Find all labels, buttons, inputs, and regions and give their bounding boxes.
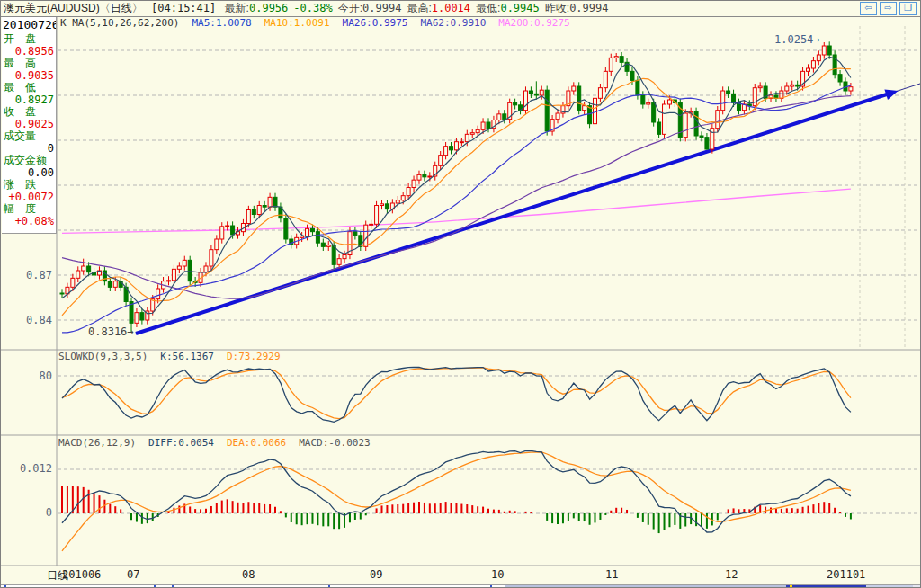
ma-params-label: K MA(5,10,26,62,200) <box>60 17 179 29</box>
kd-values: K:56.1367D:73.2929 <box>154 351 286 361</box>
time-axis-tick: 201006 <box>62 568 101 581</box>
kd-params-label: SLOWKD(9,3,3,5) <box>58 351 148 362</box>
main-chart-header: K MA(5,10,26,62,200)MA5:1.0078MA10:1.009… <box>60 18 583 28</box>
chart-scrollbar[interactable] <box>1 584 921 588</box>
time-axis-tick: 09 <box>370 568 382 581</box>
kd-value: K:56.1367 <box>160 351 214 362</box>
macd-values: DIFF:0.0054DEA:0.0066MACD:-0.0023 <box>142 437 377 448</box>
ma-value: MA26:0.9975 <box>343 17 408 29</box>
low-price-annotation: 0.8316→ <box>88 325 134 338</box>
time-axis-tick: 11 <box>605 568 618 581</box>
time-axis-tick: 12 <box>725 568 738 581</box>
axis-price-label: 0.84 <box>1 314 52 326</box>
axis-price-label: 80 <box>1 370 52 382</box>
ma-values: MA5:1.0078MA10:1.0091MA26:0.9975MA62:0.9… <box>185 17 576 28</box>
kd-header: SLOWKD(9,3,3,5)K:56.1367D:73.2929 <box>58 352 293 361</box>
macd-header: MACD(26,12,9)DIFF:0.0054DEA:0.0066MACD:-… <box>58 438 383 448</box>
macd-params-label: MACD(26,12,9) <box>58 437 136 449</box>
kd-value: D:73.2929 <box>227 351 281 362</box>
ma-value: MA200:0.9275 <box>498 17 569 29</box>
time-axis: 日线 201006070809101112201101 <box>1 566 921 584</box>
axis-price-label: 0 <box>1 506 52 519</box>
chart-canvas[interactable] <box>1 1 921 588</box>
time-axis-tick: 07 <box>127 568 139 581</box>
macd-value: DIFF:0.0054 <box>148 437 214 449</box>
axis-price-label: 0.012 <box>1 462 52 475</box>
ma-value: MA62:0.9910 <box>420 17 486 29</box>
macd-value: MACD:-0.0023 <box>299 437 370 449</box>
macd-value: DEA:0.0066 <box>227 437 286 449</box>
time-axis-tick: 10 <box>491 568 504 581</box>
axis-price-label: 0.87 <box>1 269 52 281</box>
ma-value: MA10:1.0091 <box>264 17 330 29</box>
high-price-annotation: 1.0254→ <box>774 33 820 46</box>
time-axis-tick: 08 <box>242 568 255 581</box>
time-axis-tick: 201101 <box>827 568 865 581</box>
chart-window: 澳元美元(AUDUSD)〈日线〉 [04:15:41] 最新:0.9956-0.… <box>0 0 921 588</box>
ma-value: MA5:1.0078 <box>192 17 251 29</box>
